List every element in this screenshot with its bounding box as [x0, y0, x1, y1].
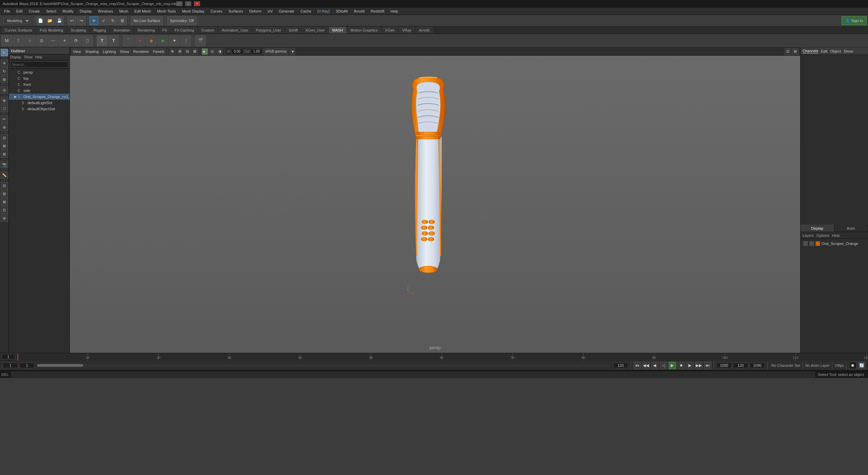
- menu-display[interactable]: Display: [77, 7, 95, 15]
- tree-item-default-object-set[interactable]: S defaultObjectSet: [9, 106, 70, 112]
- shelf-tab-animation[interactable]: Animation: [110, 27, 134, 34]
- da-sub-options[interactable]: Options: [816, 233, 829, 238]
- next-key-button[interactable]: ▶: [686, 362, 694, 369]
- vp-maximize-btn[interactable]: ⊡: [785, 48, 791, 55]
- da-sub-layers[interactable]: Layers: [803, 233, 814, 238]
- menu-redsift[interactable]: Redshift: [368, 7, 387, 15]
- tree-item-oral-scraper[interactable]: ▶ G Oral_Scraper_Orange_ns1_1: [9, 94, 70, 100]
- timeline-ruler[interactable]: 10 20 30 40 50 60 70 80 90 100: [17, 353, 868, 361]
- viewport-canvas[interactable]: persp X Y Z: [70, 56, 800, 353]
- outliner-menu-help[interactable]: Help: [35, 55, 42, 59]
- menu-cache[interactable]: Cache: [298, 7, 314, 15]
- rp-channels[interactable]: Channels: [803, 49, 818, 54]
- shelf-tab-curves-surfaces[interactable]: Curves Surfaces: [1, 27, 36, 34]
- tree-item-default-light-set[interactable]: S defaultLightSet: [9, 100, 70, 106]
- rp-show[interactable]: Show: [844, 49, 853, 53]
- animation-end-input[interactable]: [733, 363, 748, 368]
- shelf-tab-fx-caching[interactable]: FX Caching: [171, 27, 197, 34]
- timeline-scroll-thumb[interactable]: [37, 364, 83, 367]
- menu-curves[interactable]: Curves: [208, 7, 225, 15]
- maximize-button[interactable]: □: [185, 1, 191, 6]
- timeline-scroll-track[interactable]: [37, 364, 610, 367]
- gamma-output[interactable]: [251, 49, 262, 54]
- anim-tab[interactable]: Anim: [834, 225, 868, 232]
- vp-shading-btn[interactable]: ■: [201, 48, 208, 55]
- undo-button[interactable]: ↩: [67, 16, 76, 25]
- tree-item-side[interactable]: C side: [9, 88, 70, 94]
- current-frame-input[interactable]: [2, 354, 15, 359]
- menu-help[interactable]: Help: [388, 7, 401, 15]
- extra-tool-5[interactable]: ⊛: [1, 214, 8, 222]
- move-tool-button[interactable]: ⤢: [99, 16, 108, 25]
- outliner-search-input[interactable]: [10, 61, 68, 68]
- extra-tool-2[interactable]: ⊞: [1, 190, 8, 197]
- menu-vray[interactable]: [V-Ray]: [315, 7, 332, 15]
- shelf-icon-6[interactable]: ⌖: [59, 35, 70, 46]
- rotate-tool[interactable]: ↻: [1, 68, 8, 75]
- menu-3dtoall[interactable]: 3DtoAll: [333, 7, 350, 15]
- menu-select[interactable]: Select: [43, 7, 59, 15]
- command-input[interactable]: [11, 372, 815, 378]
- menu-windows[interactable]: Windows: [95, 7, 116, 15]
- viewport-menu-view[interactable]: View: [71, 48, 83, 55]
- shelf-icon-5[interactable]: ⋯: [47, 35, 58, 46]
- prev-frame-button[interactable]: ◀◀: [642, 362, 650, 369]
- shelf-tab-motion-graphics[interactable]: Motion Graphics: [347, 27, 381, 34]
- open-scene-button[interactable]: 📂: [45, 16, 54, 25]
- range-end-input[interactable]: [613, 363, 628, 368]
- gamma-input[interactable]: [231, 49, 243, 54]
- shelf-icon-4[interactable]: ⊙: [36, 35, 47, 46]
- viewport-menu-lighting[interactable]: Lighting: [101, 48, 118, 55]
- menu-uv[interactable]: UV: [265, 7, 275, 15]
- go-to-start-button[interactable]: ⏮: [633, 362, 641, 369]
- menu-modify[interactable]: Modify: [60, 7, 76, 15]
- last-tool[interactable]: ⬡: [1, 105, 8, 112]
- shelf-icon-scene[interactable]: 🎬: [195, 35, 206, 46]
- shelf-icon-text2[interactable]: T: [108, 35, 119, 46]
- shelf-tab-custom[interactable]: Custom: [198, 27, 218, 34]
- extra-tool-1[interactable]: ⊟: [1, 182, 8, 189]
- menu-mesh[interactable]: Mesh: [116, 7, 131, 15]
- select-tool[interactable]: ↖: [1, 49, 8, 56]
- measure-tool[interactable]: 📏: [1, 171, 8, 179]
- camera-tool[interactable]: 📷: [1, 161, 8, 168]
- shelf-icon-star[interactable]: ✦: [169, 35, 180, 46]
- shelf-icon-8[interactable]: ⌷: [82, 35, 93, 46]
- rp-object[interactable]: Object: [830, 49, 841, 53]
- snap-point-tool[interactable]: ⊞: [1, 150, 8, 158]
- shelf-icon-green[interactable]: ◈: [157, 35, 168, 46]
- outliner-menu-show[interactable]: Show: [24, 55, 33, 59]
- rotate-tool-button[interactable]: ↻: [108, 16, 117, 25]
- no-live-surface-indicator[interactable]: No Live Surface: [131, 16, 163, 25]
- menu-edit-mesh[interactable]: Edit Mesh: [132, 7, 154, 15]
- viewport-menu-shading[interactable]: Shading: [83, 48, 100, 55]
- viewport-menu-panels[interactable]: Panels: [151, 48, 166, 55]
- layer-item-oral-scraper[interactable]: V P Oral_Scraper_Orange: [802, 240, 867, 247]
- autokey-button[interactable]: ⏺: [849, 362, 856, 369]
- gamma-settings-btn[interactable]: ▼: [289, 48, 295, 55]
- menu-mesh-tools[interactable]: Mesh Tools: [154, 7, 178, 15]
- scale-tool-button[interactable]: ⊞: [118, 16, 127, 25]
- layer-lock-toggle[interactable]: P: [809, 241, 814, 246]
- go-to-end-button[interactable]: ⏭: [704, 362, 711, 369]
- menu-generate[interactable]: Generate: [276, 7, 297, 15]
- vp-light-btn[interactable]: ◎: [209, 48, 216, 55]
- paint-tool[interactable]: ✏: [1, 115, 8, 123]
- symmetry-indicator[interactable]: Symmetry: Off: [167, 16, 197, 25]
- shelf-tab-mash[interactable]: MASH: [329, 27, 347, 34]
- sculpt-tool[interactable]: ⊛: [1, 124, 8, 131]
- outliner-menu-display[interactable]: Display: [10, 55, 21, 59]
- menu-arnold[interactable]: Arnold: [351, 7, 368, 15]
- shelf-icon-7[interactable]: ⟳: [71, 35, 81, 46]
- shelf-tab-sshift[interactable]: Sshift: [285, 27, 301, 34]
- viewport-menu-renderer[interactable]: Renderer: [132, 48, 151, 55]
- shelf-icon-3[interactable]: ○: [24, 35, 35, 46]
- shelf-tab-sculpting[interactable]: Sculpting: [67, 27, 89, 34]
- vp-icon-1[interactable]: ⊕: [169, 48, 176, 55]
- select-tool-button[interactable]: ✛: [90, 16, 98, 25]
- shelf-icon-orange[interactable]: ◆: [146, 35, 157, 46]
- range-start-input[interactable]: [3, 363, 18, 368]
- da-sub-help[interactable]: Help: [832, 233, 840, 238]
- menu-mesh-display[interactable]: Mesh Display: [179, 7, 207, 15]
- shelf-icon-text[interactable]: T: [97, 35, 107, 46]
